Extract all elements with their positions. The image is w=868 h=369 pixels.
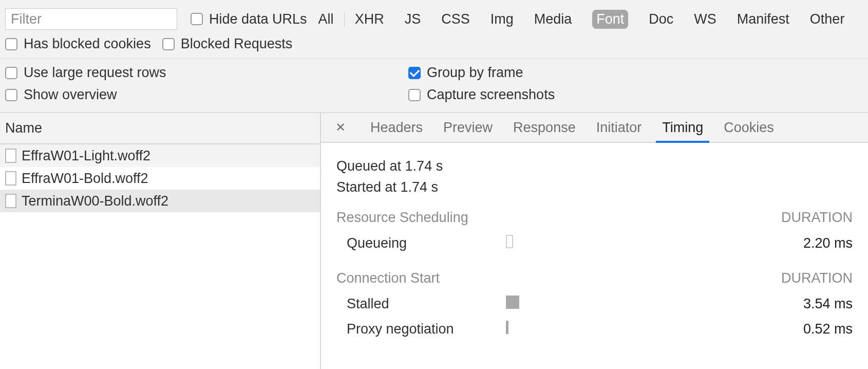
bar-icon — [506, 321, 508, 334]
checkbox-icon — [5, 89, 17, 101]
group-by-frame-checkbox[interactable]: Group by frame — [408, 65, 523, 81]
timing-metric-row: Stalled3.54 ms — [336, 291, 853, 317]
timing-metric-row: Queueing2.20 ms — [336, 231, 853, 256]
filter-input[interactable] — [5, 8, 177, 30]
checkbox-label: Has blocked cookies — [24, 36, 151, 52]
type-filter-img[interactable]: Img — [490, 11, 514, 27]
network-main-split: Name EffraW01-Light.woff2EffraW01-Bold.w… — [0, 113, 868, 369]
bar-icon — [506, 296, 519, 309]
file-icon — [5, 149, 16, 163]
list-header-name[interactable]: Name — [0, 113, 320, 144]
metric-bar — [506, 235, 513, 252]
request-name: EffraW01-Bold.woff2 — [22, 171, 148, 187]
queued-at-text: Queued at 1.74 s — [336, 158, 853, 174]
tab-headers[interactable]: Headers — [370, 113, 423, 142]
tab-preview[interactable]: Preview — [443, 113, 493, 142]
timing-metric-row: Proxy negotiation0.52 ms — [336, 317, 853, 342]
type-filter-font[interactable]: Font — [592, 10, 628, 29]
checkbox-icon — [162, 38, 175, 50]
metric-bar — [506, 296, 519, 312]
request-list-pane: Name EffraW01-Light.woff2EffraW01-Bold.w… — [0, 113, 321, 369]
type-filter-doc[interactable]: Doc — [649, 11, 673, 27]
tab-timing[interactable]: Timing — [662, 113, 703, 142]
checkbox-label: Show overview — [24, 87, 117, 103]
metric-value: 2.20 ms — [770, 235, 853, 251]
file-icon — [5, 194, 16, 208]
checkbox-icon — [408, 89, 421, 101]
bar-icon — [506, 235, 513, 248]
separator — [344, 11, 345, 27]
checkbox-label: Group by frame — [427, 65, 523, 81]
checkbox-label: Hide data URLs — [209, 11, 307, 27]
type-filter-ws[interactable]: WS — [694, 11, 716, 27]
type-filter-js[interactable]: JS — [405, 11, 421, 27]
close-icon[interactable]: ✕ — [331, 118, 350, 137]
duration-header: DURATION — [781, 210, 853, 226]
type-filter-media[interactable]: Media — [534, 11, 572, 27]
tab-cookies[interactable]: Cookies — [724, 113, 774, 142]
timing-panel: Queued at 1.74 s Started at 1.74 s Resou… — [321, 143, 868, 352]
capture-screenshots-checkbox[interactable]: Capture screenshots — [408, 87, 555, 103]
metric-label: Queueing — [347, 235, 506, 251]
timing-section: Resource SchedulingDURATIONQueueing2.20 … — [336, 210, 853, 256]
timing-section: Connection StartDURATIONStalled3.54 msPr… — [336, 270, 853, 342]
has-blocked-cookies-checkbox[interactable]: Has blocked cookies — [5, 36, 151, 52]
use-large-rows-checkbox[interactable]: Use large request rows — [5, 65, 166, 81]
metric-label: Stalled — [347, 296, 506, 312]
type-filter-xhr[interactable]: XHR — [355, 11, 384, 27]
type-filter-manifest[interactable]: Manifest — [737, 11, 789, 27]
tab-response[interactable]: Response — [513, 113, 576, 142]
type-filter-all[interactable]: All — [318, 11, 334, 27]
checkbox-icon — [191, 13, 203, 25]
checkbox-label: Blocked Requests — [181, 36, 293, 52]
type-filter-css[interactable]: CSS — [441, 11, 470, 27]
checkbox-label: Capture screenshots — [427, 87, 555, 103]
network-filter-toolbar: Hide data URLs All XHRJSCSSImgMediaFontD… — [0, 0, 868, 113]
file-icon — [5, 171, 16, 186]
hide-data-urls-checkbox[interactable]: Hide data URLs — [191, 11, 307, 27]
tab-initiator[interactable]: Initiator — [596, 113, 642, 142]
show-overview-checkbox[interactable]: Show overview — [5, 87, 117, 103]
request-type-filters: All XHRJSCSSImgMediaFontDocWSManifestOth… — [318, 10, 855, 29]
checkbox-icon — [408, 67, 421, 79]
blocked-requests-checkbox[interactable]: Blocked Requests — [162, 36, 293, 52]
checkbox-icon — [5, 67, 17, 79]
metric-value: 0.52 ms — [770, 321, 853, 337]
request-detail-pane: ✕ HeadersPreviewResponseInitiatorTimingC… — [321, 113, 868, 369]
request-row[interactable]: EffraW01-Light.woff2 — [0, 144, 320, 167]
request-name: EffraW01-Light.woff2 — [22, 148, 150, 164]
checkbox-label: Use large request rows — [24, 65, 166, 81]
metric-label: Proxy negotiation — [347, 321, 506, 337]
request-name: TerminaW00-Bold.woff2 — [22, 193, 168, 209]
type-filter-other[interactable]: Other — [810, 11, 845, 27]
metric-bar — [506, 321, 508, 338]
request-row[interactable]: EffraW01-Bold.woff2 — [0, 167, 320, 190]
section-title: Resource Scheduling — [336, 210, 468, 226]
request-row[interactable]: TerminaW00-Bold.woff2 — [0, 190, 320, 212]
section-title: Connection Start — [336, 270, 440, 286]
metric-value: 3.54 ms — [770, 296, 853, 312]
duration-header: DURATION — [781, 270, 853, 286]
started-at-text: Started at 1.74 s — [336, 179, 853, 195]
detail-tabs: ✕ HeadersPreviewResponseInitiatorTimingC… — [321, 113, 868, 143]
checkbox-icon — [5, 38, 17, 50]
